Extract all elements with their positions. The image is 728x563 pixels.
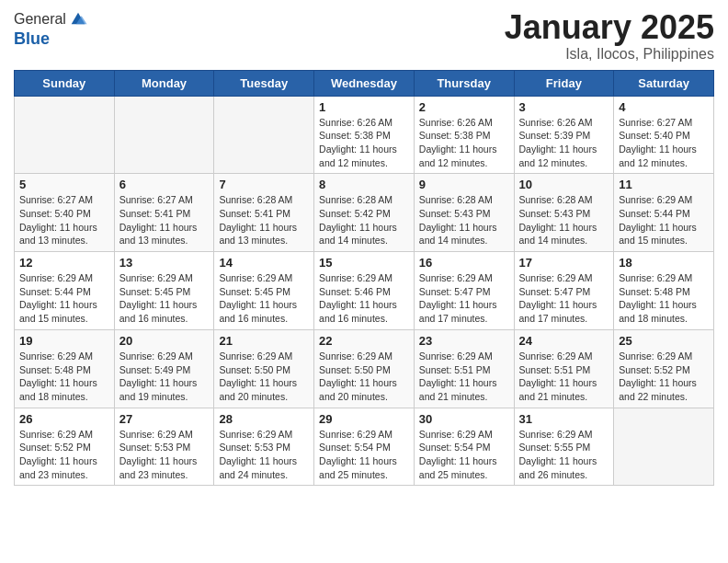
day-number: 5 <box>19 178 109 191</box>
day-number: 1 <box>319 100 409 114</box>
day-number: 24 <box>519 334 609 348</box>
day-info: Sunrise: 6:26 AMSunset: 5:38 PMDaylight:… <box>419 116 509 170</box>
day-info: Sunrise: 6:29 AMSunset: 5:47 PMDaylight:… <box>419 271 509 326</box>
day-number: 11 <box>619 178 709 191</box>
day-number: 27 <box>119 412 210 426</box>
calendar-cell: 1Sunrise: 6:26 AMSunset: 5:38 PMDaylight… <box>314 96 415 174</box>
day-info: Sunrise: 6:27 AMSunset: 5:41 PMDaylight:… <box>119 193 210 247</box>
day-number: 16 <box>419 256 509 270</box>
day-info: Sunrise: 6:28 AMSunset: 5:42 PMDaylight:… <box>319 193 409 247</box>
day-number: 2 <box>419 100 509 114</box>
day-info: Sunrise: 6:29 AMSunset: 5:54 PMDaylight:… <box>319 428 409 482</box>
day-info: Sunrise: 6:29 AMSunset: 5:45 PMDaylight:… <box>119 271 210 326</box>
day-number: 28 <box>219 412 309 426</box>
calendar-cell: 25Sunrise: 6:29 AMSunset: 5:52 PMDayligh… <box>614 329 714 408</box>
day-number: 13 <box>119 256 210 270</box>
logo-icon <box>68 9 88 29</box>
calendar-cell: 6Sunrise: 6:27 AMSunset: 5:41 PMDaylight… <box>114 174 214 252</box>
day-info: Sunrise: 6:28 AMSunset: 5:43 PMDaylight:… <box>519 193 609 247</box>
day-info: Sunrise: 6:29 AMSunset: 5:44 PMDaylight:… <box>619 193 709 247</box>
calendar-cell: 21Sunrise: 6:29 AMSunset: 5:50 PMDayligh… <box>214 329 314 408</box>
calendar-cell: 12Sunrise: 6:29 AMSunset: 5:44 PMDayligh… <box>15 252 115 330</box>
day-number: 15 <box>319 256 409 270</box>
day-info: Sunrise: 6:29 AMSunset: 5:44 PMDaylight:… <box>19 271 109 326</box>
calendar-cell: 23Sunrise: 6:29 AMSunset: 5:51 PMDayligh… <box>414 329 514 408</box>
calendar-cell: 14Sunrise: 6:29 AMSunset: 5:45 PMDayligh… <box>214 252 314 330</box>
day-info: Sunrise: 6:29 AMSunset: 5:48 PMDaylight:… <box>619 271 709 326</box>
calendar-week-row: 19Sunrise: 6:29 AMSunset: 5:48 PMDayligh… <box>15 329 714 408</box>
page-header: General Blue January 2025 Isla, Ilocos, … <box>14 9 714 63</box>
logo-blue-text: Blue <box>14 29 50 48</box>
day-number: 10 <box>519 178 609 191</box>
calendar-cell: 29Sunrise: 6:29 AMSunset: 5:54 PMDayligh… <box>314 408 415 486</box>
calendar-week-row: 1Sunrise: 6:26 AMSunset: 5:38 PMDaylight… <box>15 96 714 174</box>
day-of-week-header: Wednesday <box>314 70 415 96</box>
day-of-week-header: Thursday <box>414 70 514 96</box>
calendar-subtitle: Isla, Ilocos, Philippines <box>505 46 714 63</box>
day-info: Sunrise: 6:29 AMSunset: 5:49 PMDaylight:… <box>119 350 210 404</box>
day-number: 21 <box>219 334 309 348</box>
day-number: 31 <box>519 412 609 426</box>
calendar-cell: 16Sunrise: 6:29 AMSunset: 5:47 PMDayligh… <box>414 252 514 330</box>
calendar-header-row: SundayMondayTuesdayWednesdayThursdayFrid… <box>15 70 714 96</box>
day-info: Sunrise: 6:29 AMSunset: 5:50 PMDaylight:… <box>219 350 309 404</box>
day-info: Sunrise: 6:29 AMSunset: 5:48 PMDaylight:… <box>19 350 109 404</box>
calendar-cell <box>114 96 214 174</box>
calendar-cell: 15Sunrise: 6:29 AMSunset: 5:46 PMDayligh… <box>314 252 415 330</box>
day-info: Sunrise: 6:29 AMSunset: 5:54 PMDaylight:… <box>419 428 509 482</box>
day-of-week-header: Tuesday <box>214 70 314 96</box>
day-info: Sunrise: 6:26 AMSunset: 5:39 PMDaylight:… <box>519 116 609 170</box>
day-of-week-header: Friday <box>514 70 614 96</box>
calendar-cell: 13Sunrise: 6:29 AMSunset: 5:45 PMDayligh… <box>114 252 214 330</box>
calendar-body: 1Sunrise: 6:26 AMSunset: 5:38 PMDaylight… <box>15 96 714 486</box>
day-number: 26 <box>19 412 109 426</box>
day-info: Sunrise: 6:29 AMSunset: 5:53 PMDaylight:… <box>119 428 210 482</box>
calendar-cell: 4Sunrise: 6:27 AMSunset: 5:40 PMDaylight… <box>614 96 714 174</box>
calendar-cell: 9Sunrise: 6:28 AMSunset: 5:43 PMDaylight… <box>414 174 514 252</box>
day-number: 17 <box>519 256 609 270</box>
day-number: 8 <box>319 178 409 191</box>
day-number: 23 <box>419 334 509 348</box>
calendar-title: January 2025 <box>505 9 714 46</box>
calendar-cell <box>15 96 115 174</box>
calendar-cell: 5Sunrise: 6:27 AMSunset: 5:40 PMDaylight… <box>15 174 115 252</box>
calendar-cell: 8Sunrise: 6:28 AMSunset: 5:42 PMDaylight… <box>314 174 415 252</box>
logo-general-text: General <box>14 11 66 28</box>
day-info: Sunrise: 6:29 AMSunset: 5:52 PMDaylight:… <box>619 350 709 404</box>
day-info: Sunrise: 6:29 AMSunset: 5:52 PMDaylight:… <box>19 428 109 482</box>
calendar-cell: 7Sunrise: 6:28 AMSunset: 5:41 PMDaylight… <box>214 174 314 252</box>
day-number: 6 <box>119 178 210 191</box>
day-number: 19 <box>19 334 109 348</box>
calendar-cell: 3Sunrise: 6:26 AMSunset: 5:39 PMDaylight… <box>514 96 614 174</box>
day-info: Sunrise: 6:28 AMSunset: 5:43 PMDaylight:… <box>419 193 509 247</box>
day-info: Sunrise: 6:27 AMSunset: 5:40 PMDaylight:… <box>19 193 109 247</box>
calendar-cell: 28Sunrise: 6:29 AMSunset: 5:53 PMDayligh… <box>214 408 314 486</box>
day-info: Sunrise: 6:29 AMSunset: 5:47 PMDaylight:… <box>519 271 609 326</box>
day-info: Sunrise: 6:27 AMSunset: 5:40 PMDaylight:… <box>619 116 709 170</box>
day-info: Sunrise: 6:26 AMSunset: 5:38 PMDaylight:… <box>319 116 409 170</box>
day-number: 22 <box>319 334 409 348</box>
day-number: 18 <box>619 256 709 270</box>
day-of-week-header: Sunday <box>15 70 115 96</box>
day-number: 9 <box>419 178 509 191</box>
calendar-cell <box>614 408 714 486</box>
calendar-cell: 27Sunrise: 6:29 AMSunset: 5:53 PMDayligh… <box>114 408 214 486</box>
calendar-cell: 20Sunrise: 6:29 AMSunset: 5:49 PMDayligh… <box>114 329 214 408</box>
day-info: Sunrise: 6:29 AMSunset: 5:51 PMDaylight:… <box>419 350 509 404</box>
calendar-cell: 31Sunrise: 6:29 AMSunset: 5:55 PMDayligh… <box>514 408 614 486</box>
day-of-week-header: Saturday <box>614 70 714 96</box>
calendar-cell <box>214 96 314 174</box>
day-info: Sunrise: 6:29 AMSunset: 5:50 PMDaylight:… <box>319 350 409 404</box>
calendar-week-row: 12Sunrise: 6:29 AMSunset: 5:44 PMDayligh… <box>15 252 714 330</box>
calendar-cell: 18Sunrise: 6:29 AMSunset: 5:48 PMDayligh… <box>614 252 714 330</box>
day-number: 3 <box>519 100 609 114</box>
calendar-cell: 11Sunrise: 6:29 AMSunset: 5:44 PMDayligh… <box>614 174 714 252</box>
calendar-cell: 19Sunrise: 6:29 AMSunset: 5:48 PMDayligh… <box>15 329 115 408</box>
calendar-cell: 26Sunrise: 6:29 AMSunset: 5:52 PMDayligh… <box>15 408 115 486</box>
day-number: 25 <box>619 334 709 348</box>
title-block: January 2025 Isla, Ilocos, Philippines <box>505 9 714 63</box>
calendar-table: SundayMondayTuesdayWednesdayThursdayFrid… <box>14 70 714 487</box>
day-info: Sunrise: 6:29 AMSunset: 5:46 PMDaylight:… <box>319 271 409 326</box>
day-info: Sunrise: 6:29 AMSunset: 5:55 PMDaylight:… <box>519 428 609 482</box>
day-number: 4 <box>619 100 709 114</box>
